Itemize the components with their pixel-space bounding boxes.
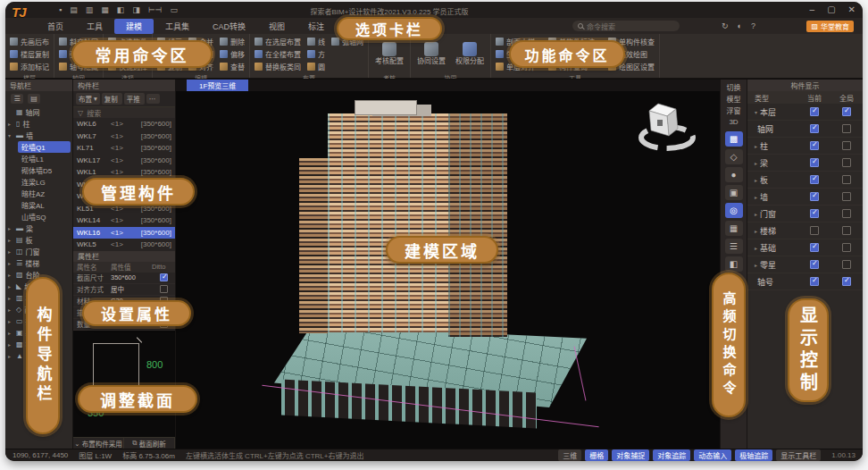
- expand-arrow-icon[interactable]: ▸: [755, 143, 757, 149]
- global-visibility-checkbox[interactable]: [842, 175, 851, 184]
- ribbon-command[interactable]: 替换板类同: [255, 61, 301, 72]
- ribbon-command[interactable]: 线: [307, 36, 325, 47]
- switch-icon-button[interactable]: ◎: [725, 203, 743, 218]
- property-value[interactable]: 居中: [111, 284, 153, 294]
- global-visibility-checkbox[interactable]: [842, 192, 851, 201]
- component-list-item[interactable]: KL71 <1> [350*600]: [73, 142, 175, 155]
- component-toolbar-button[interactable]: ⋯: [146, 94, 161, 104]
- component-list-item[interactable]: WKL7 <1> [350*600]: [73, 130, 175, 143]
- expand-arrow-icon[interactable]: ▾: [8, 132, 13, 138]
- switch-icon-button[interactable]: ◧: [725, 256, 743, 272]
- global-visibility-checkbox[interactable]: [842, 107, 851, 116]
- expand-arrow-icon[interactable]: ▸: [8, 318, 13, 324]
- expand-arrow-icon[interactable]: ▸: [8, 353, 13, 359]
- quick-access-icon[interactable]: ▭: [170, 6, 178, 14]
- current-visibility-checkbox[interactable]: [810, 192, 819, 201]
- switch-icon-button[interactable]: ●: [725, 167, 743, 182]
- ribbon-command[interactable]: 圆: [307, 61, 325, 72]
- ribbon-command[interactable]: 先画后布: [10, 36, 49, 47]
- quick-access-icon[interactable]: ▥: [86, 6, 94, 14]
- ditto-checkbox[interactable]: [160, 285, 168, 293]
- component-list-item[interactable]: WKL1 <1> [350*600]: [73, 166, 175, 179]
- app-logo[interactable]: TJ: [12, 4, 35, 28]
- switch-text-button[interactable]: 浮窗: [727, 106, 741, 118]
- expand-arrow-icon[interactable]: ▸: [8, 237, 13, 243]
- ribbon-command[interactable]: 权限分配: [454, 36, 486, 72]
- global-visibility-checkbox[interactable]: [842, 209, 851, 218]
- switch-icon-button[interactable]: ▣: [725, 185, 743, 200]
- component-toolbar-button[interactable]: 布置▾: [76, 93, 100, 105]
- view-mode-icon[interactable]: ▤: [28, 94, 40, 104]
- current-visibility-checkbox[interactable]: [810, 243, 819, 252]
- switch-icon-button[interactable]: ▩: [725, 131, 743, 147]
- expand-arrow-icon[interactable]: ▸: [755, 228, 757, 234]
- ribbon-command[interactable]: 考核配置: [373, 36, 405, 72]
- expand-arrow-icon[interactable]: ▸: [755, 194, 757, 200]
- view-mode-icon[interactable]: ☰: [11, 94, 23, 104]
- global-visibility-checkbox[interactable]: [842, 243, 851, 252]
- ribbon-command[interactable]: 协同设置: [415, 36, 447, 72]
- expand-arrow-icon[interactable]: ▸: [8, 272, 13, 278]
- status-toggle-button[interactable]: 极轴追踪: [735, 449, 772, 461]
- global-visibility-checkbox[interactable]: [842, 226, 851, 235]
- quick-access-icon[interactable]: ◨: [132, 6, 140, 14]
- component-list-item[interactable]: WKL5 <1> [300*600]: [73, 239, 175, 251]
- component-toolbar-button[interactable]: 复制: [102, 93, 122, 105]
- property-row[interactable]: 截面尺寸 350*600: [73, 273, 175, 284]
- status-toggle-button[interactable]: 动态输入: [694, 449, 731, 461]
- ribbon-command[interactable]: 楼层复制: [10, 48, 49, 60]
- status-toggle-button[interactable]: 显示工具栏: [776, 449, 821, 461]
- property-row[interactable]: 对齐方式 居中: [73, 284, 175, 296]
- switch-icon-button[interactable]: ☰: [725, 239, 743, 254]
- tree-subitem[interactable]: 连梁LG: [18, 176, 71, 188]
- tree-subitem[interactable]: 砼墙L1: [18, 153, 71, 164]
- quick-access-icon[interactable]: ▦: [101, 6, 109, 14]
- tree-subitem[interactable]: 砌体墙D5: [18, 164, 71, 176]
- viewport-tab[interactable]: 1F预览三维: [187, 80, 248, 91]
- window-control-button[interactable]: –: [810, 4, 815, 16]
- component-list-item[interactable]: WKL14 <1> [350*600]: [73, 214, 175, 227]
- expand-arrow-icon[interactable]: ▸: [755, 160, 757, 166]
- utility-icon[interactable]: ◐: [738, 21, 742, 30]
- ribbon-command[interactable]: 删除: [220, 36, 245, 47]
- ribbon-command[interactable]: 在选层布置: [255, 36, 301, 47]
- tree-item[interactable]: ▸ ▯ 柱: [5, 118, 72, 130]
- global-visibility-checkbox[interactable]: [842, 141, 851, 150]
- tree-subitem[interactable]: 暗柱AZ: [18, 188, 71, 199]
- current-visibility-checkbox[interactable]: [810, 226, 819, 235]
- tree-item[interactable]: ▦ 轴网: [5, 106, 72, 118]
- expand-arrow-icon[interactable]: ▸: [8, 330, 13, 336]
- global-visibility-checkbox[interactable]: [842, 158, 851, 167]
- property-value[interactable]: 350*600: [111, 273, 153, 281]
- switch-text-button[interactable]: 模型: [727, 95, 741, 106]
- utility-icon[interactable]: ?: [751, 21, 755, 30]
- quick-access-icon[interactable]: ◧: [117, 6, 125, 14]
- viewport-canvas[interactable]: [176, 91, 720, 449]
- ribbon-tab[interactable]: 标注: [296, 19, 336, 34]
- ribbon-tab[interactable]: 工具集: [154, 19, 201, 34]
- ribbon-command[interactable]: 添加标记: [10, 61, 49, 72]
- component-list-item[interactable]: WKL16 <1> [350*600]: [73, 227, 175, 239]
- current-visibility-checkbox[interactable]: [810, 277, 819, 286]
- tree-subitem[interactable]: 山墙SQ: [18, 211, 71, 222]
- utility-icon[interactable]: ↻: [722, 21, 729, 30]
- status-toggle-button[interactable]: 栅格: [585, 449, 608, 461]
- switch-text-button[interactable]: 3D: [727, 117, 741, 129]
- ribbon-tab[interactable]: 工具: [75, 19, 114, 34]
- status-toggle-button[interactable]: 三维: [558, 449, 581, 461]
- ribbon-command[interactable]: 查替: [220, 61, 245, 72]
- status-toggle-button[interactable]: 对象捕捉: [612, 449, 649, 461]
- ribbon-command[interactable]: 方: [307, 48, 325, 60]
- tree-subitem[interactable]: 砼墙Q1: [18, 141, 71, 153]
- expand-arrow-icon[interactable]: ▸: [755, 245, 757, 251]
- ribbon-command[interactable]: 在全楼布置: [255, 48, 301, 60]
- expand-arrow-icon[interactable]: ▸: [8, 283, 13, 290]
- switch-icon-button[interactable]: ▦: [725, 221, 743, 236]
- footer-button[interactable]: ⧉截面刷新: [124, 438, 175, 449]
- quick-access-icon[interactable]: ▪: [59, 6, 62, 14]
- expand-arrow-icon[interactable]: ▸: [8, 121, 13, 127]
- expand-arrow-icon[interactable]: ▸: [755, 211, 757, 217]
- component-toolbar-button[interactable]: 平推: [124, 93, 145, 105]
- tree-subitem[interactable]: 暗梁AL: [18, 199, 71, 211]
- expand-arrow-icon[interactable]: ▸: [755, 177, 757, 183]
